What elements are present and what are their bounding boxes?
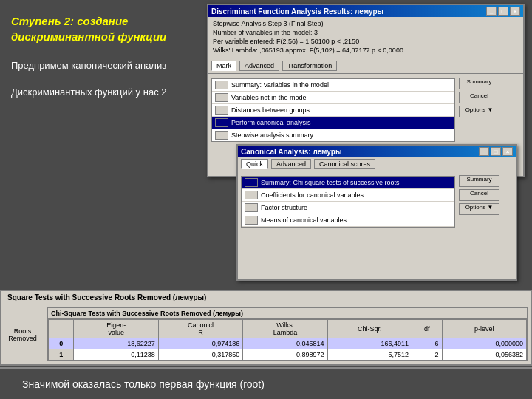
dfa-window-title: Discriminant Function Analysis Results: …: [211, 7, 383, 16]
ca-close-button[interactable]: ×: [502, 147, 513, 156]
ca-tab-canonical-scores[interactable]: Canonical scores: [314, 159, 375, 169]
main-title: Ступень 2: создание дискриминантной функ…: [11, 13, 188, 44]
col-wilks: Wilks'Lambda: [243, 320, 327, 338]
ca-minimize-button[interactable]: _: [479, 147, 489, 156]
ca-window: Canonical Analysis: лемуры _ □ × Quick A…: [236, 144, 517, 281]
col-p-level: p-level: [442, 320, 526, 338]
ca-menu-item-3[interactable]: Means of canonical variables: [242, 214, 454, 227]
ca-menu-item-label-2: Factor structure: [261, 204, 307, 211]
ca-menu-icon-3: [245, 216, 258, 225]
dfa-per-var: Per variable entered: F(2,56) = 1,50100 …: [213, 38, 519, 45]
row-0-wilks: 0,045814: [243, 338, 327, 349]
ca-window-title: Canonical Analysis: лемуры: [241, 148, 341, 156]
subtitle2: Дискриминантных функций у нас 2: [11, 86, 188, 99]
bottom-bar: Значимой оказалась только первая функция…: [0, 367, 532, 399]
ca-menu-item-2[interactable]: Factor structure: [242, 202, 454, 214]
dfa-menu-item-1[interactable]: Variables not in the model: [212, 92, 454, 104]
dfa-minimize-button[interactable]: _: [486, 7, 497, 16]
ca-menu-item-label-0: Summary: Chi square tests of successive …: [261, 179, 400, 186]
table-row-1: 1 0,11238 0,317850 0,898972 5,7512 2 0,0…: [49, 349, 527, 361]
row-1-eigenvalue: 0,11238: [74, 349, 158, 361]
menu-icon-4: [215, 131, 228, 140]
dfa-titlebar: Discriminant Function Analysis Results: …: [208, 5, 523, 17]
ca-cancel-button[interactable]: Cancel: [459, 189, 499, 201]
dfa-close-button[interactable]: ×: [510, 7, 520, 16]
row-1-chi-sqr: 5,7512: [327, 349, 412, 361]
row-1-canonicl-r: 0,317850: [158, 349, 242, 361]
dfa-num-vars: Number of variables in the model: 3: [213, 29, 519, 36]
row-1-p-level: 0,056382: [442, 349, 526, 361]
table-area: Square Tests with Successive Roots Remov…: [0, 290, 532, 366]
dfa-menu-item-2[interactable]: Distances between groups: [212, 104, 454, 117]
roots-removed-label: RootsRemoved: [8, 327, 37, 342]
dfa-options-button[interactable]: Options ▼: [459, 106, 499, 117]
ca-menu-icon-1: [245, 191, 258, 200]
row-1-wilks: 0,898972: [243, 349, 327, 361]
ca-tab-quick[interactable]: Quick: [241, 159, 268, 169]
dfa-tab-advanced[interactable]: Advanced: [239, 61, 279, 71]
col-root: [49, 320, 74, 338]
inner-table-container: Chi-Square Tests with Successive Roots R…: [47, 307, 528, 361]
row-0-p-level: 0,000000: [442, 338, 526, 349]
ca-window-controls[interactable]: _ □ ×: [479, 147, 513, 156]
dfa-tab-transformation[interactable]: Transformation: [282, 61, 337, 71]
ca-maximize-button[interactable]: □: [491, 147, 501, 156]
row-1-df: 2: [412, 349, 443, 361]
row-0-df: 6: [412, 338, 443, 349]
dfa-menu-list: Summary: Variables in the model Variable…: [211, 78, 455, 142]
dfa-wilks: Wilks' Lambda: ,065193 approx. F(5,102) …: [213, 47, 519, 54]
menu-icon-2: [215, 106, 228, 115]
dfa-menu-item-label-0: Summary: Variables in the model: [231, 81, 329, 89]
ca-menu-item-1[interactable]: Coefficients for canonical variables: [242, 189, 454, 202]
menu-icon-0: [215, 81, 228, 89]
dfa-maximize-button[interactable]: □: [498, 7, 508, 16]
col-eigenvalue: Eigen-value: [74, 320, 158, 338]
row-0-root: 0: [49, 338, 74, 349]
ca-summary-button[interactable]: Summary: [459, 175, 499, 187]
ca-menu-list: Summary: Chi square tests of successive …: [241, 176, 455, 228]
row-1-root: 1: [49, 349, 74, 361]
dfa-menu-item-label-2: Distances between groups: [231, 106, 310, 114]
menu-icon-1: [215, 93, 228, 102]
dfa-step-info: Stepwise Analysis Step 3 (Final Step): [213, 20, 519, 27]
ca-tab-advanced[interactable]: Advanced: [271, 159, 311, 169]
dfa-summary-button[interactable]: Summary: [459, 78, 499, 89]
row-0-eigenvalue: 18,62227: [74, 338, 158, 349]
ca-menu-item-0[interactable]: Summary: Chi square tests of successive …: [242, 177, 454, 189]
ca-menu-item-label-3: Means of canonical variables: [261, 216, 347, 224]
dfa-menu-item-4[interactable]: Stepwise analysis summary: [212, 129, 454, 141]
ca-menu-icon-0: [245, 178, 258, 187]
row-0-canonicl-r: 0,974186: [158, 338, 242, 349]
ca-toolbar: Quick Advanced Canonical scores: [238, 157, 516, 171]
dfa-menu-item-label-4: Stepwise analysis summary: [231, 132, 313, 139]
inner-table-title: Chi-Square Tests with Successive Roots R…: [48, 308, 527, 319]
dfa-content: Stepwise Analysis Step 3 (Final Step) Nu…: [208, 17, 523, 58]
subtitle1: Предпримем канонический анализ: [11, 59, 188, 72]
row-0-chi-sqr: 166,4911: [327, 338, 412, 349]
ca-menu-item-label-1: Coefficients for canonical variables: [261, 191, 364, 199]
bottom-text: Значимой оказалась только первая функция…: [22, 378, 265, 390]
menu-icon-3: [215, 118, 228, 127]
col-df: df: [412, 320, 443, 338]
ca-titlebar: Canonical Analysis: лемуры _ □ ×: [238, 146, 516, 157]
data-table: Eigen-value CanoniclR Wilks'Lambda Chi-S…: [48, 319, 527, 361]
dfa-tab-mark[interactable]: Mark: [211, 61, 236, 71]
ca-options-button[interactable]: Options ▼: [459, 203, 499, 215]
dfa-menu-item-label-3: Perform canonical analysis: [231, 119, 311, 126]
dfa-menu-item-0[interactable]: Summary: Variables in the model: [212, 79, 454, 92]
col-canonicl-r: CanoniclR: [158, 320, 242, 338]
table-row-0: 0 18,62227 0,974186 0,045814 166,4911 6 …: [49, 338, 527, 349]
ca-menu-icon-2: [245, 203, 258, 212]
col-chi-sqr: Chi-Sqr.: [327, 320, 412, 338]
dfa-toolbar: Mark Advanced Transformation: [208, 58, 523, 74]
dfa-menu-item-label-1: Variables not in the model: [231, 94, 307, 101]
dfa-window-controls[interactable]: _ □ ×: [486, 7, 520, 16]
dfa-menu-item-3[interactable]: Perform canonical analysis: [212, 117, 454, 129]
table-outer-title: Square Tests with Successive Roots Remov…: [1, 291, 531, 304]
dfa-cancel-button[interactable]: Cancel: [459, 92, 499, 103]
